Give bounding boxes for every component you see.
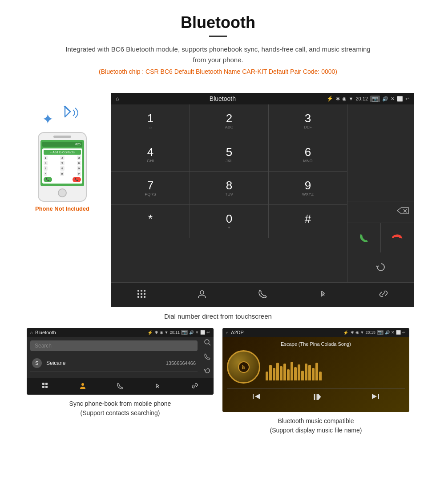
sync-side-icon[interactable] — [204, 367, 211, 376]
phone-key-star: * — [44, 172, 47, 176]
pb-signal-icon: ▼ — [165, 330, 169, 335]
pb-toolbar-link[interactable] — [176, 381, 214, 392]
dial-letters-1: ⌓ — [116, 125, 185, 130]
phone-key-9: 9 — [77, 166, 81, 171]
dial-num-star: * — [116, 213, 185, 224]
search-icon[interactable] — [204, 339, 211, 348]
dial-letters-7: PQRS — [116, 192, 185, 196]
play-pause-btn[interactable] — [311, 392, 321, 404]
dial-key-7[interactable]: 7 PQRS — [111, 172, 190, 204]
dialpad-row-2: 4 GHI 5 JKL 6 MNO — [111, 138, 347, 172]
music-player-item: ⌂ A2DP ⚡ ✱ ◉ ▼ 20:15 📷 🔊 ✕ ⬜ ↩ Escape (T… — [222, 328, 409, 437]
svg-rect-4 — [144, 290, 145, 292]
eq-bar — [283, 364, 286, 380]
svg-rect-8 — [137, 296, 139, 298]
volume-icon: 🔊 — [382, 96, 388, 102]
usb-icon: ⚡ — [327, 96, 333, 102]
eq-bar — [312, 368, 315, 380]
dial-key-8[interactable]: 8 TUV — [190, 172, 269, 204]
svg-rect-3 — [141, 290, 142, 292]
eq-bar — [269, 365, 272, 380]
back-icon[interactable]: ↩ — [405, 96, 409, 102]
backspace-button[interactable] — [347, 201, 414, 223]
dial-key-4[interactable]: 4 GHI — [111, 138, 190, 171]
svg-point-18 — [81, 383, 84, 386]
eq-bar — [266, 372, 268, 380]
search-placeholder: Search — [35, 343, 52, 349]
pb-toolbar-bt[interactable] — [139, 381, 176, 392]
dialpad-keys: 1 ⌓ 2 ABC 3 DEF 4 GHI — [111, 104, 347, 282]
svg-rect-5 — [137, 293, 139, 295]
pb-home-icon[interactable]: ⌂ — [30, 330, 33, 335]
ms-title: A2DP — [231, 330, 341, 335]
bottom-screenshots: ⌂ Bluetooth ⚡ ✱ ◉ ▼ 20:11 📷 🔊 ✕ ⬜ ↩ — [0, 328, 436, 437]
music-caption: Bluetooth music compatible (Support disp… — [270, 412, 362, 437]
album-art — [227, 350, 260, 384]
car-bottom-toolbar — [111, 282, 414, 307]
call-buttons-row — [347, 223, 414, 252]
dial-letters-6: MNO — [273, 159, 343, 163]
dial-key-1[interactable]: 1 ⌓ — [111, 104, 190, 138]
dial-key-3[interactable]: 3 DEF — [269, 104, 347, 138]
song-title: Escape (The Pina Colada Song) — [227, 341, 405, 347]
dial-key-9[interactable]: 9 WXYZ — [269, 172, 347, 204]
phone-mockup-area: ✦ M20 + Add to Contacts 1 2 3 — [22, 93, 102, 212]
bluetooth-symbol-icon: ✦ — [42, 111, 54, 127]
svg-rect-14 — [42, 383, 44, 385]
pb-toolbar-person[interactable] — [64, 381, 101, 392]
pb-bt-icon: ✱ — [155, 330, 158, 335]
dialpad-row-3: 7 PQRS 8 TUV 9 WXYZ — [111, 172, 347, 205]
svg-rect-16 — [42, 386, 44, 388]
svg-rect-7 — [144, 293, 145, 295]
call-accept-button[interactable] — [347, 223, 381, 252]
keypad-row-3: 7 8 9 — [44, 166, 81, 171]
phone-not-included-label: Phone Not Included — [35, 205, 89, 212]
ms-back-icon[interactable]: ↩ — [402, 330, 406, 335]
bluetooth-specs: (Bluetooth chip : CSR BC6 Default Blueto… — [27, 68, 409, 75]
toolbar-dialpad-btn[interactable] — [111, 286, 172, 304]
dial-key-star[interactable]: * — [111, 205, 190, 238]
dial-key-hash[interactable]: # — [269, 205, 347, 238]
phone-side-icon[interactable] — [204, 353, 211, 362]
phonebook-statusbar: ⌂ Bluetooth ⚡ ✱ ◉ ▼ 20:11 📷 🔊 ✕ ⬜ ↩ — [27, 328, 214, 337]
dial-key-6[interactable]: 6 MNO — [269, 138, 347, 171]
dial-num-0: 0 — [194, 213, 264, 224]
page-description: Integrated with BC6 Bluetooth module, su… — [62, 44, 374, 65]
dial-num-4: 4 — [116, 146, 185, 158]
call-end-button[interactable] — [381, 223, 414, 252]
car-statusbar: ⌂ Bluetooth ⚡ ✱ ◉ ▼ 20:12 📷 🔊 ✕ ⬜ ↩ — [111, 93, 414, 104]
ms-time: 20:15 — [365, 330, 375, 335]
eq-bar — [291, 362, 293, 380]
ms-signal-icon: ▼ — [360, 330, 364, 335]
home-icon[interactable]: ⌂ — [116, 96, 119, 102]
contact-row[interactable]: S Seicane 13566664466 — [30, 355, 198, 372]
pb-x-icon: ✕ — [195, 330, 199, 335]
dial-key-5[interactable]: 5 JKL — [190, 138, 269, 171]
toolbar-bluetooth-btn[interactable] — [293, 286, 353, 304]
status-icons: ✱ ◉ ▼ 20:12 📷 🔊 ✕ ⬜ ↩ — [336, 96, 409, 102]
prev-btn[interactable] — [252, 392, 261, 404]
keypad-row-4: * 0 # — [44, 172, 81, 176]
bt-signal-icon — [56, 102, 83, 124]
contact-letter-avatar: S — [32, 358, 42, 368]
keypad-row-2: 4 5 6 — [44, 161, 81, 165]
redial-button[interactable] — [347, 252, 414, 282]
display-side — [347, 104, 414, 282]
svg-rect-6 — [141, 293, 142, 295]
search-bar[interactable]: Search — [30, 340, 198, 351]
dial-key-0[interactable]: 0 + — [190, 205, 269, 238]
phone-key-0: 0 — [60, 172, 64, 176]
dial-key-2[interactable]: 2 ABC — [190, 104, 269, 138]
toolbar-phone-btn[interactable] — [232, 286, 293, 304]
window-icon: ⬜ — [397, 96, 403, 102]
dialpad-area: 1 ⌓ 2 ABC 3 DEF 4 GHI — [111, 104, 414, 282]
toolbar-link-btn[interactable] — [353, 286, 414, 304]
pb-toolbar-phone[interactable] — [101, 381, 139, 392]
eq-bar — [319, 372, 322, 380]
next-btn[interactable] — [371, 392, 380, 404]
pb-toolbar-grid[interactable] — [27, 381, 64, 392]
toolbar-contacts-btn[interactable] — [172, 286, 232, 304]
ms-home-icon[interactable]: ⌂ — [226, 330, 229, 335]
ms-x-icon: ✕ — [391, 330, 395, 335]
pb-back-icon[interactable]: ↩ — [206, 330, 210, 335]
